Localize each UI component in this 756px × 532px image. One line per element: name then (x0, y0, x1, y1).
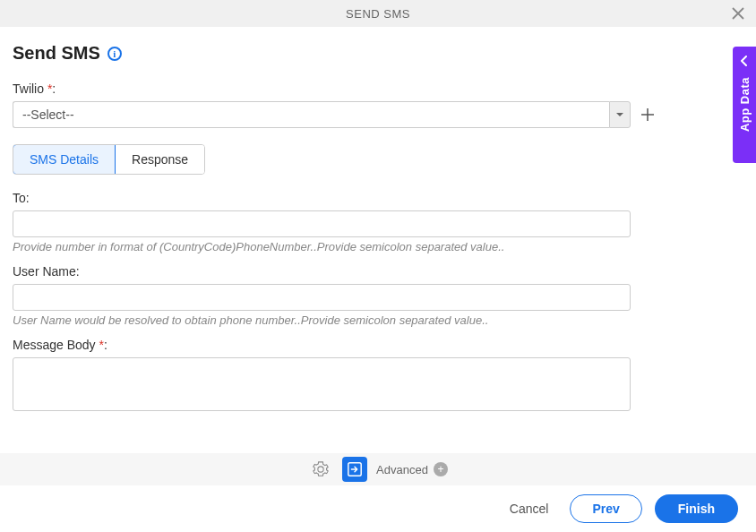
twilio-select-row: --Select-- (13, 101, 743, 128)
plus-circle-icon: + (434, 462, 448, 476)
twilio-group: Twilio *: --Select-- (13, 82, 743, 128)
dialog-header: SEND SMS (0, 0, 756, 27)
twilio-select-caret[interactable] (609, 101, 631, 128)
close-icon (732, 7, 744, 20)
arrow-box-icon (347, 461, 363, 477)
message-body-group: Message Body *: (13, 338, 743, 414)
tab-response[interactable]: Response (115, 145, 204, 174)
tab-sms-details[interactable]: SMS Details (13, 144, 116, 175)
finish-button[interactable]: Finish (655, 494, 738, 523)
plus-icon (641, 108, 654, 121)
dialog-title: SEND SMS (346, 7, 410, 21)
twilio-label: Twilio *: (13, 82, 743, 96)
button-footer: Cancel Prev Finish (0, 485, 756, 532)
required-marker: * (47, 82, 52, 96)
toolbar-footer: Advanced + (0, 453, 756, 485)
side-panel-label: App Data (738, 77, 752, 132)
username-helper: User Name would be resolved to obtain ph… (13, 313, 743, 327)
to-label: To: (13, 191, 743, 205)
chevron-down-icon (616, 111, 623, 118)
page-title: Send SMS (13, 43, 100, 64)
chevron-left-icon (739, 56, 750, 66)
cancel-button[interactable]: Cancel (501, 496, 558, 521)
to-helper: Provide number in format of (CountryCode… (13, 240, 743, 253)
add-twilio-button[interactable] (640, 107, 656, 123)
advanced-label: Advanced (376, 463, 428, 476)
required-marker: * (99, 338, 104, 352)
username-group: User Name: User Name would be resolved t… (13, 264, 743, 327)
message-body-label: Message Body *: (13, 338, 743, 352)
close-button[interactable] (731, 6, 745, 21)
info-icon[interactable]: i (107, 47, 122, 61)
settings-button[interactable] (308, 457, 333, 482)
advanced-toggle[interactable]: Advanced + (376, 462, 448, 476)
twilio-select[interactable]: --Select-- (13, 101, 631, 128)
output-mapping-button[interactable] (342, 457, 367, 482)
side-panel-tab[interactable]: App Data (733, 47, 756, 163)
username-input[interactable] (13, 284, 631, 311)
to-group: To: Provide number in format of (Country… (13, 191, 743, 253)
to-input[interactable] (13, 210, 631, 237)
message-body-input[interactable] (13, 357, 631, 411)
gear-icon (313, 461, 329, 477)
tabs: SMS Details Response (13, 144, 205, 175)
main-content: Send SMS i Twilio *: --Select-- SMS Deta… (0, 27, 756, 414)
twilio-select-value: --Select-- (13, 101, 609, 128)
prev-button[interactable]: Prev (570, 494, 641, 523)
page-title-row: Send SMS i (13, 43, 743, 64)
username-label: User Name: (13, 264, 743, 279)
